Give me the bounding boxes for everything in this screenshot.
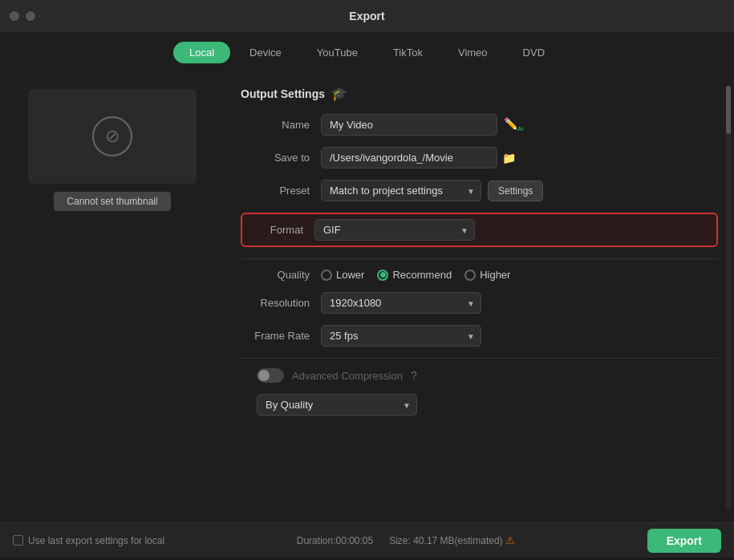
format-select-wrap: GIF ▼ (314, 219, 475, 241)
by-quality-select[interactable]: By Quality (257, 394, 417, 416)
resolution-label: Resolution (241, 297, 321, 309)
resolution-select-wrap: 1920x1080 ▼ (321, 292, 481, 314)
frame-rate-select-wrap: 25 fps ▼ (321, 325, 481, 347)
output-settings-icon: 🎓 (331, 86, 347, 101)
name-label: Name (241, 119, 321, 131)
traffic-light-minimize[interactable] (26, 11, 35, 21)
quality-lower-radio[interactable] (321, 270, 332, 281)
thumbnail-box: ⊘ (28, 89, 197, 184)
format-label: Format (250, 224, 314, 236)
save-to-control: 📁 (321, 147, 718, 168)
tab-bar: Local Device YouTube TikTok Vimeo DVD (0, 32, 734, 73)
frame-rate-row: Frame Rate 25 fps ▼ (241, 325, 718, 347)
resolution-select[interactable]: 1920x1080 (321, 292, 481, 314)
name-input[interactable] (321, 114, 497, 136)
preset-select-wrap: Match to project settings ▼ (321, 180, 481, 201)
resolution-control: 1920x1080 ▼ (321, 292, 718, 314)
ai-icon[interactable]: ✏️AI (504, 117, 524, 132)
preset-select[interactable]: Match to project settings (321, 180, 481, 201)
warning-icon: ⚠ (505, 534, 515, 546)
no-thumbnail-icon: ⊘ (92, 116, 132, 156)
quality-row: Quality Lower Recommend Higher (241, 269, 718, 281)
quality-label: Quality (241, 269, 321, 281)
quality-recommend-label: Recommend (392, 269, 452, 281)
quality-recommend-option[interactable]: Recommend (377, 269, 452, 281)
format-row: Format GIF ▼ (241, 213, 718, 247)
scroll-track[interactable] (726, 86, 731, 509)
toggle-thumb (258, 370, 270, 381)
by-quality-row: By Quality ▼ (241, 394, 718, 416)
save-to-label: Save to (241, 152, 321, 164)
frame-rate-control: 25 fps ▼ (321, 325, 718, 347)
format-select[interactable]: GIF (314, 219, 475, 241)
left-panel: ⊘ Cannot set thumbnail (0, 73, 225, 522)
tab-youtube[interactable]: YouTube (301, 42, 374, 63)
save-to-input[interactable] (321, 147, 497, 168)
last-export-checkbox[interactable] (13, 535, 23, 546)
traffic-lights (10, 11, 35, 21)
by-quality-select-wrap: By Quality ▼ (257, 394, 417, 416)
duration-text: Duration:00:00:05 (297, 535, 373, 546)
footer: Use last export settings for local Durat… (0, 522, 734, 558)
export-button[interactable]: Export (647, 529, 721, 553)
settings-button[interactable]: Settings (488, 181, 543, 201)
name-control: ✏️AI (321, 114, 718, 136)
save-to-row: Save to 📁 (241, 147, 718, 168)
section-title: Output Settings 🎓 (241, 86, 718, 101)
frame-rate-label: Frame Rate (241, 330, 321, 342)
output-settings-label: Output Settings (241, 87, 325, 100)
traffic-light-close[interactable] (10, 11, 19, 21)
quality-higher-label: Higher (480, 269, 510, 281)
main-content: ⊘ Cannot set thumbnail Output Settings 🎓… (0, 73, 734, 522)
divider-1 (241, 258, 718, 259)
footer-left: Use last export settings for local (13, 535, 164, 546)
divider-2 (241, 358, 718, 359)
name-row: Name ✏️AI (241, 114, 718, 136)
tab-tiktok[interactable]: TikTok (377, 42, 439, 63)
size-text: Size: 40.17 MB(estimated) ⚠ (389, 534, 515, 546)
quality-higher-option[interactable]: Higher (464, 269, 510, 281)
advanced-compression-label: Advanced Compression (292, 370, 403, 382)
quality-lower-option[interactable]: Lower (321, 269, 364, 281)
help-icon[interactable]: ? (411, 369, 417, 382)
frame-rate-select[interactable]: 25 fps (321, 325, 481, 347)
title-bar: Export (0, 0, 734, 32)
quality-lower-label: Lower (336, 269, 364, 281)
quality-options: Lower Recommend Higher (321, 269, 718, 281)
quality-higher-radio[interactable] (464, 270, 476, 281)
scroll-thumb[interactable] (726, 86, 731, 134)
tab-dvd[interactable]: DVD (507, 42, 561, 63)
folder-icon[interactable]: 📁 (502, 152, 516, 164)
last-export-label: Use last export settings for local (28, 535, 164, 546)
window-title: Export (349, 10, 384, 22)
set-thumbnail-button[interactable]: Cannot set thumbnail (54, 192, 170, 211)
footer-center: Duration:00:00:05 Size: 40.17 MB(estimat… (297, 534, 515, 546)
right-panel: Output Settings 🎓 Name ✏️AI Save to 📁 Pr… (225, 73, 734, 522)
resolution-row: Resolution 1920x1080 ▼ (241, 292, 718, 314)
preset-control: Match to project settings ▼ Settings (321, 180, 718, 201)
preset-row: Preset Match to project settings ▼ Setti… (241, 180, 718, 201)
tab-device[interactable]: Device (233, 42, 298, 63)
tab-local[interactable]: Local (173, 42, 230, 63)
advanced-compression-toggle[interactable] (257, 368, 284, 383)
advanced-compression-row: Advanced Compression ? (241, 368, 718, 383)
preset-label: Preset (241, 185, 321, 197)
quality-recommend-radio[interactable] (377, 270, 388, 281)
tab-vimeo[interactable]: Vimeo (442, 42, 504, 63)
